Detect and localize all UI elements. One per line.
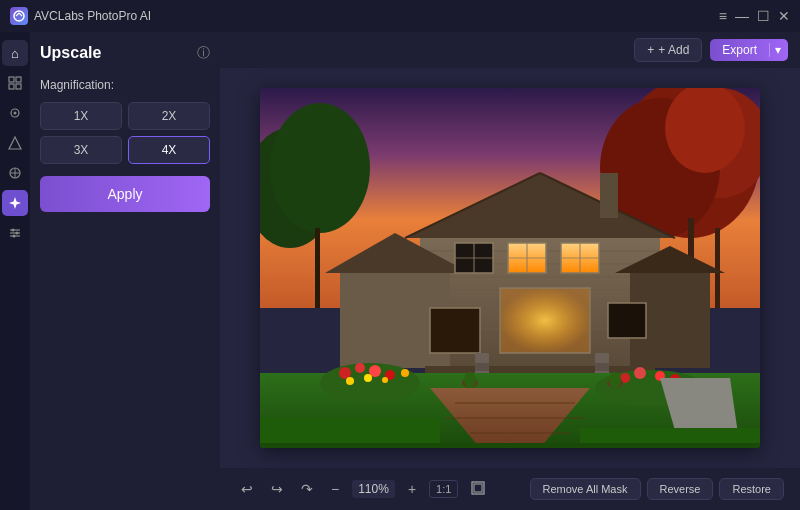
- remove-mask-button[interactable]: Remove All Mask: [530, 478, 641, 500]
- content-area: + + Add Export ▾: [220, 32, 800, 510]
- undo-button[interactable]: ↩: [236, 478, 258, 500]
- export-button[interactable]: Export ▾: [710, 39, 788, 61]
- left-nav: ⌂: [0, 32, 30, 510]
- svg-rect-4: [16, 84, 21, 89]
- svg-point-87: [464, 372, 476, 388]
- svg-point-12: [12, 229, 15, 232]
- add-label: + Add: [658, 43, 689, 57]
- svg-rect-60: [595, 363, 609, 371]
- svg-rect-3: [9, 84, 14, 89]
- svg-point-69: [355, 363, 365, 373]
- redo-button[interactable]: ↷: [296, 478, 318, 500]
- top-bar: + + Add Export ▾: [220, 32, 800, 68]
- zoom-in-button[interactable]: +: [403, 478, 421, 500]
- bottom-left-tools: ↩ ↪ ↷ − 110% + 1:1: [236, 478, 490, 500]
- nav-upscale-icon[interactable]: [2, 70, 28, 96]
- svg-rect-51: [500, 288, 590, 353]
- maximize-icon[interactable]: ☐: [757, 8, 770, 24]
- titlebar-controls[interactable]: ≡ — ☐ ✕: [719, 8, 790, 24]
- plus-icon: +: [647, 43, 654, 57]
- svg-point-74: [364, 374, 372, 382]
- main-layout: ⌂: [0, 32, 800, 510]
- image-canvas: [220, 68, 800, 468]
- zoom-out-button[interactable]: −: [326, 478, 344, 500]
- ratio-button[interactable]: 1:1: [429, 480, 458, 498]
- info-icon[interactable]: ⓘ: [197, 44, 210, 62]
- minimize-icon[interactable]: —: [735, 8, 749, 24]
- svg-marker-7: [9, 137, 21, 149]
- nav-sharpen-icon[interactable]: [2, 130, 28, 156]
- nav-adjust-icon[interactable]: [2, 220, 28, 246]
- export-chevron-icon: ▾: [769, 43, 788, 57]
- sidebar: Upscale ⓘ Magnification: 1X 2X 3X 4X App…: [30, 32, 220, 510]
- restore-button[interactable]: Restore: [719, 478, 784, 500]
- app-icon: [10, 7, 28, 25]
- bottom-right-tools: Remove All Mask Reverse Restore: [530, 478, 784, 500]
- nav-home-icon[interactable]: ⌂: [2, 40, 28, 66]
- magnification-buttons: 1X 2X 3X 4X: [40, 102, 210, 164]
- export-label: Export: [710, 43, 769, 57]
- svg-rect-58: [475, 363, 489, 371]
- add-button[interactable]: + + Add: [634, 38, 702, 62]
- mag-2x-button[interactable]: 2X: [128, 102, 210, 130]
- reverse-button[interactable]: Reverse: [647, 478, 714, 500]
- mag-4x-button[interactable]: 4X: [128, 136, 210, 164]
- svg-point-23: [270, 103, 370, 233]
- house-image: [260, 88, 760, 448]
- sidebar-title: Upscale: [40, 44, 101, 62]
- app-name: AVCLabs PhotoPro AI: [34, 9, 151, 23]
- svg-rect-40: [600, 173, 618, 218]
- undo2-button[interactable]: ↪: [266, 478, 288, 500]
- bottom-toolbar: ↩ ↪ ↷ − 110% + 1:1 Remove All Mask Rever…: [220, 468, 800, 510]
- svg-rect-84: [260, 443, 760, 448]
- close-icon[interactable]: ✕: [778, 8, 790, 24]
- svg-rect-24: [315, 228, 320, 308]
- svg-point-88: [609, 372, 621, 388]
- svg-point-14: [13, 235, 16, 238]
- svg-rect-2: [16, 77, 21, 82]
- mag-3x-button[interactable]: 3X: [40, 136, 122, 164]
- apply-button[interactable]: Apply: [40, 176, 210, 212]
- svg-rect-90: [474, 484, 482, 492]
- menu-icon[interactable]: ≡: [719, 8, 727, 24]
- fit-screen-button[interactable]: [466, 479, 490, 500]
- svg-rect-21: [715, 228, 720, 308]
- svg-point-73: [346, 377, 354, 385]
- nav-enhance-icon[interactable]: [2, 190, 28, 216]
- svg-rect-1: [9, 77, 14, 82]
- magnification-label: Magnification:: [40, 78, 210, 92]
- zoom-level: 110%: [352, 480, 395, 498]
- nav-denoise-icon[interactable]: [2, 100, 28, 126]
- sidebar-header: Upscale ⓘ: [40, 44, 210, 62]
- svg-rect-52: [608, 303, 646, 338]
- svg-point-78: [634, 367, 646, 379]
- svg-point-13: [16, 232, 19, 235]
- svg-point-75: [382, 377, 388, 383]
- svg-point-72: [401, 369, 409, 377]
- mag-1x-button[interactable]: 1X: [40, 102, 122, 130]
- titlebar-left: AVCLabs PhotoPro AI: [10, 7, 151, 25]
- svg-rect-50: [430, 308, 480, 353]
- nav-recolor-icon[interactable]: [2, 160, 28, 186]
- titlebar: AVCLabs PhotoPro AI ≡ — ☐ ✕: [0, 0, 800, 32]
- svg-point-6: [14, 112, 17, 115]
